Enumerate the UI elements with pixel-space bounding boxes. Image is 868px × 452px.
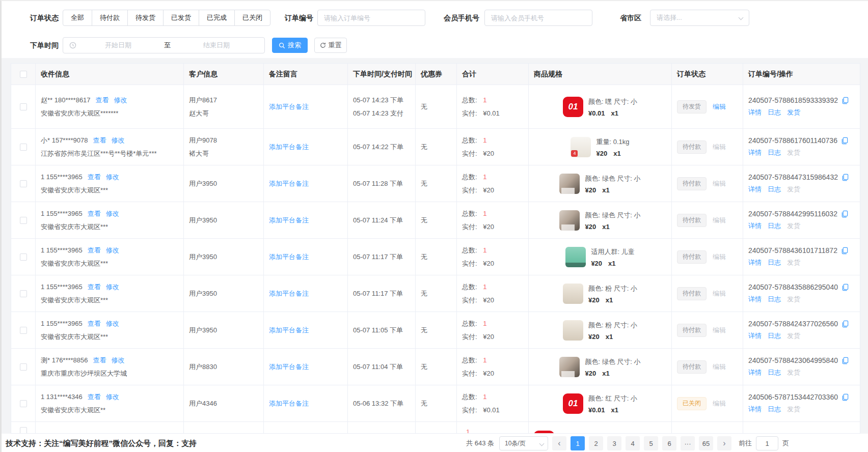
edit-order-link[interactable]: 编辑 [713,102,726,111]
page-button[interactable]: 3 [607,436,621,450]
edit-order-link[interactable]: 编辑 [713,179,726,188]
ship-link[interactable]: 发货 [787,368,800,377]
detail-link[interactable]: 详情 [748,295,762,304]
search-button[interactable]: 搜索 [272,38,308,53]
edit-order-link[interactable]: 编辑 [713,326,726,335]
order-status-tab[interactable]: 已完成 [199,10,235,26]
copy-icon[interactable] [840,210,848,218]
modify-receiver-link[interactable]: 修改 [106,319,119,328]
modify-receiver-link[interactable]: 修改 [106,392,119,402]
ship-link[interactable]: 发货 [787,295,800,304]
modify-receiver-link[interactable]: 修改 [114,96,127,105]
copy-icon[interactable] [841,97,849,104]
prev-page-button[interactable]: ‹ [552,436,566,450]
copy-icon[interactable] [841,284,849,291]
page-button[interactable]: 4 [626,436,640,450]
ship-link[interactable]: 发货 [787,108,800,117]
detail-link[interactable]: 详情 [748,108,762,117]
copy-icon[interactable] [840,137,848,145]
detail-link[interactable]: 详情 [748,185,762,194]
row-checkbox[interactable] [20,103,27,110]
modify-receiver-link[interactable]: 修改 [106,209,119,218]
view-receiver-link[interactable]: 查看 [88,392,101,402]
detail-link[interactable]: 详情 [748,368,762,377]
add-remark-link[interactable]: 添加平台备注 [269,362,342,372]
copy-icon[interactable] [841,357,849,364]
edit-order-link[interactable]: 编辑 [713,143,726,152]
detail-link[interactable]: 详情 [748,221,762,231]
page-button[interactable]: 65 [699,436,713,450]
row-checkbox[interactable] [20,427,27,434]
view-receiver-link[interactable]: 查看 [88,282,101,292]
copy-icon[interactable] [841,174,849,181]
view-receiver-link[interactable]: 查看 [93,356,106,365]
log-link[interactable]: 日志 [768,185,781,194]
ship-link[interactable]: 发货 [787,258,800,267]
region-select[interactable]: 请选择... [650,10,749,26]
copy-icon[interactable] [841,320,849,328]
goto-page-input[interactable] [756,436,778,450]
add-remark-link[interactable]: 添加平台备注 [269,143,342,152]
log-link[interactable]: 日志 [768,331,781,341]
modify-receiver-link[interactable]: 修改 [106,246,119,255]
order-status-tab[interactable]: 全部 [63,10,92,26]
log-link[interactable]: 日志 [768,108,781,117]
end-date-placeholder[interactable]: 结束日期 [175,41,258,50]
add-remark-link[interactable]: 添加平台备注 [269,179,342,188]
ship-link[interactable]: 发货 [787,221,800,231]
page-button[interactable]: 5 [644,436,658,450]
detail-link[interactable]: 详情 [748,148,762,157]
modify-receiver-link[interactable]: 修改 [106,173,119,182]
page-size-select[interactable]: 10条/页 [499,436,548,450]
add-remark-link[interactable]: 添加平台备注 [269,216,342,225]
ship-link[interactable]: 发货 [787,405,800,414]
start-date-placeholder[interactable]: 开始日期 [76,41,160,50]
modify-receiver-link[interactable]: 修改 [112,356,125,365]
log-link[interactable]: 日志 [768,405,781,414]
view-receiver-link[interactable]: 查看 [88,209,101,218]
edit-order-link[interactable]: 编辑 [713,399,726,408]
row-checkbox[interactable] [20,290,27,297]
ship-link[interactable]: 发货 [787,185,800,194]
page-button[interactable]: 2 [589,436,603,450]
add-remark-link[interactable]: 添加平台备注 [269,102,342,111]
log-link[interactable]: 日志 [768,148,781,157]
add-remark-link[interactable]: 添加平台备注 [269,289,342,298]
view-receiver-link[interactable]: 查看 [96,96,109,105]
order-status-tab[interactable]: 已关闭 [234,10,270,26]
modify-receiver-link[interactable]: 修改 [112,136,125,145]
log-link[interactable]: 日志 [768,295,781,304]
edit-order-link[interactable]: 编辑 [713,252,726,262]
row-checkbox[interactable] [20,400,27,407]
order-status-tab[interactable]: 待发货 [127,10,164,26]
copy-icon[interactable] [841,393,849,401]
add-remark-link[interactable]: 添加平台备注 [269,399,342,408]
log-link[interactable]: 日志 [768,221,781,231]
row-checkbox[interactable] [20,144,27,151]
row-checkbox[interactable] [20,217,27,224]
next-page-button[interactable]: › [717,436,731,450]
edit-order-link[interactable]: 编辑 [713,216,726,225]
log-link[interactable]: 日志 [768,368,781,377]
edit-order-link[interactable]: 编辑 [713,289,726,298]
page-button[interactable]: 6 [662,436,676,450]
order-time-range-picker[interactable]: 开始日期 至 结束日期 [63,37,265,53]
reset-button[interactable]: 重置 [314,38,347,53]
log-link[interactable]: 日志 [768,258,781,267]
add-remark-link[interactable]: 添加平台备注 [269,326,342,335]
view-receiver-link[interactable]: 查看 [88,319,101,328]
modify-receiver-link[interactable]: 修改 [106,282,119,292]
row-checkbox[interactable] [20,253,27,261]
ship-link[interactable]: 发货 [787,331,800,341]
pager-ellipsis[interactable]: ··· [681,436,695,450]
detail-link[interactable]: 详情 [748,258,762,267]
view-receiver-link[interactable]: 查看 [88,173,101,182]
view-receiver-link[interactable]: 查看 [93,136,106,145]
order-status-tab[interactable]: 已发货 [163,10,199,26]
row-checkbox[interactable] [20,363,27,371]
ship-link[interactable]: 发货 [787,148,800,157]
row-checkbox[interactable] [20,327,27,334]
detail-link[interactable]: 详情 [748,331,762,341]
add-remark-link[interactable]: 添加平台备注 [269,252,342,262]
copy-icon[interactable] [840,247,848,255]
